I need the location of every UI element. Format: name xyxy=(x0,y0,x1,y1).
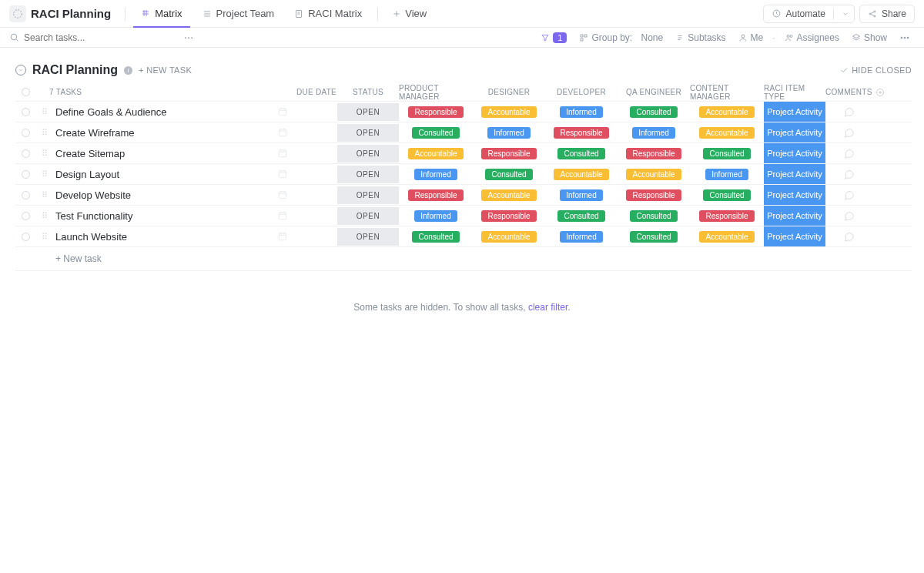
col-status-header[interactable]: Status xyxy=(337,88,399,96)
role-cell[interactable]: Consulted xyxy=(618,210,690,222)
col-qa-header[interactable]: QA Engineer xyxy=(618,88,690,96)
drag-handle[interactable]: ⠿ xyxy=(42,149,48,159)
role-cell[interactable]: Informed xyxy=(473,127,545,139)
role-cell[interactable]: Responsible xyxy=(545,127,618,139)
calendar-icon[interactable] xyxy=(277,148,288,159)
info-icon[interactable]: i xyxy=(124,66,132,75)
role-cell[interactable]: Responsible xyxy=(618,148,690,159)
role-cell[interactable]: Consulted xyxy=(690,148,764,159)
task-name-cell[interactable]: ⠿ Define Goals & Audience xyxy=(35,106,296,118)
row-check[interactable] xyxy=(15,233,35,241)
row-check[interactable] xyxy=(15,129,35,137)
col-comments-header[interactable]: Comments xyxy=(825,88,872,96)
col-due-header[interactable]: Due date xyxy=(296,88,337,96)
assignees-filter[interactable]: Assignees xyxy=(780,31,844,45)
role-cell[interactable]: Responsible xyxy=(473,210,545,222)
col-designer-header[interactable]: Designer xyxy=(473,88,545,96)
role-cell[interactable]: Responsible xyxy=(618,189,690,201)
calendar-icon[interactable] xyxy=(277,169,288,179)
comments-cell[interactable] xyxy=(825,210,872,222)
role-cell[interactable]: Accountable xyxy=(399,148,473,159)
row-check[interactable] xyxy=(15,212,35,220)
task-name-cell[interactable]: ⠿ Test Functionality xyxy=(35,210,296,222)
role-cell[interactable]: Accountable xyxy=(473,106,545,118)
role-cell[interactable]: Consulted xyxy=(545,148,618,159)
collapse-section[interactable] xyxy=(15,65,26,75)
automate-button[interactable]: Automate xyxy=(763,5,855,23)
share-button[interactable]: Share xyxy=(859,5,915,23)
role-cell[interactable]: Consulted xyxy=(618,106,690,118)
comments-cell[interactable] xyxy=(825,148,872,159)
drag-handle[interactable]: ⠿ xyxy=(42,169,48,179)
calendar-icon[interactable] xyxy=(277,210,288,221)
type-cell[interactable]: Project Activity xyxy=(764,122,825,142)
add-column[interactable] xyxy=(872,88,888,97)
comments-cell[interactable] xyxy=(825,169,872,180)
drag-handle[interactable]: ⠿ xyxy=(42,232,48,242)
tab-raci-matrix[interactable]: RACI Matrix xyxy=(286,0,370,28)
hide-closed[interactable]: Hide closed xyxy=(839,65,912,75)
role-cell[interactable]: Informed xyxy=(545,106,618,118)
status-cell[interactable]: OPEN xyxy=(337,207,399,225)
role-cell[interactable]: Consulted xyxy=(473,169,545,180)
drag-handle[interactable]: ⠿ xyxy=(42,190,48,200)
tab-project-team[interactable]: Project Team xyxy=(195,0,283,28)
type-cell[interactable]: Project Activity xyxy=(764,102,825,122)
calendar-icon[interactable] xyxy=(277,106,288,117)
role-cell[interactable]: Responsible xyxy=(690,210,764,222)
subtasks-toggle[interactable]: Subtasks xyxy=(671,31,730,45)
status-cell[interactable]: OPEN xyxy=(337,186,399,204)
role-cell[interactable]: Informed xyxy=(545,231,618,243)
col-cm-header[interactable]: Content Manager xyxy=(690,84,764,101)
type-cell[interactable]: Project Activity xyxy=(764,143,825,163)
status-cell[interactable]: OPEN xyxy=(337,228,399,246)
task-name-cell[interactable]: ⠿ Create Wireframe xyxy=(35,127,296,139)
row-check[interactable] xyxy=(15,149,35,158)
role-cell[interactable]: Accountable xyxy=(618,169,690,180)
filter-count[interactable]: 1 xyxy=(536,31,571,45)
col-type-header[interactable]: RACI Item Type xyxy=(764,83,825,101)
role-cell[interactable]: Responsible xyxy=(399,106,473,118)
role-cell[interactable]: Accountable xyxy=(545,169,618,180)
status-cell[interactable]: OPEN xyxy=(337,145,399,163)
drag-handle[interactable]: ⠿ xyxy=(42,128,48,138)
me-filter[interactable]: Me xyxy=(734,31,768,45)
role-cell[interactable]: Accountable xyxy=(690,106,764,118)
row-check[interactable] xyxy=(15,108,35,116)
type-cell[interactable]: Project Activity xyxy=(764,226,825,246)
role-cell[interactable]: Consulted xyxy=(399,127,473,139)
role-cell[interactable]: Consulted xyxy=(399,231,473,243)
add-view-button[interactable]: View xyxy=(386,5,433,22)
row-check[interactable] xyxy=(15,191,35,199)
role-cell[interactable]: Informed xyxy=(399,169,473,180)
select-all[interactable] xyxy=(15,88,35,96)
calendar-icon[interactable] xyxy=(277,189,288,200)
comments-cell[interactable] xyxy=(825,127,872,139)
drag-handle[interactable]: ⠿ xyxy=(42,107,48,117)
task-name-cell[interactable]: ⠿ Create Sitemap xyxy=(35,148,296,159)
comments-cell[interactable] xyxy=(825,106,872,118)
show-toggle[interactable]: Show xyxy=(847,31,892,45)
col-pm-header[interactable]: Product Manager xyxy=(399,84,473,101)
role-cell[interactable]: Informed xyxy=(545,189,618,201)
new-task-row[interactable]: + New task xyxy=(15,247,912,271)
more-options[interactable] xyxy=(895,31,915,45)
role-cell[interactable]: Accountable xyxy=(690,231,764,243)
group-by[interactable]: Group by: None xyxy=(574,31,668,45)
section-new-task[interactable]: + New task xyxy=(139,65,192,75)
tab-matrix[interactable]: Matrix xyxy=(133,0,189,28)
role-cell[interactable]: Consulted xyxy=(690,189,764,201)
calendar-icon[interactable] xyxy=(277,127,288,138)
clear-filter-link[interactable]: clear filter xyxy=(528,302,567,313)
drag-handle[interactable]: ⠿ xyxy=(42,211,48,221)
role-cell[interactable]: Informed xyxy=(399,210,473,222)
role-cell[interactable]: Responsible xyxy=(473,148,545,159)
role-cell[interactable]: Accountable xyxy=(473,231,545,243)
task-name-cell[interactable]: ⠿ Develop Website xyxy=(35,189,296,201)
comments-cell[interactable] xyxy=(825,189,872,201)
role-cell[interactable]: Consulted xyxy=(618,231,690,243)
calendar-icon[interactable] xyxy=(277,231,288,242)
comments-cell[interactable] xyxy=(825,231,872,243)
status-cell[interactable]: OPEN xyxy=(337,103,399,121)
type-cell[interactable]: Project Activity xyxy=(764,206,825,226)
